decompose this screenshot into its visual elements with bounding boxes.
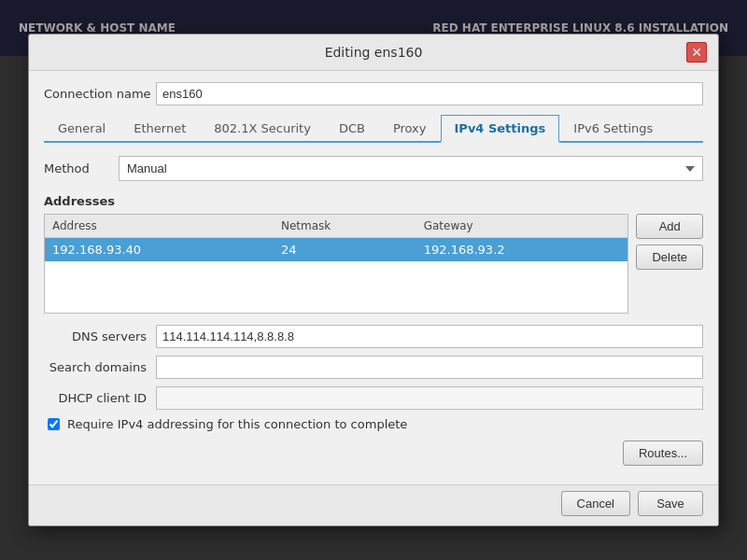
close-button[interactable]: ✕ [686, 42, 707, 63]
dialog-titlebar: Editing ens160 ✕ [29, 35, 718, 71]
search-domains-field: Search domains [44, 356, 703, 379]
checkbox-row: Require IPv4 addressing for this connect… [44, 417, 703, 431]
dns-servers-input[interactable] [156, 325, 703, 348]
cell-address: 192.168.93.40 [45, 238, 274, 262]
connection-name-row: Connection name [44, 82, 703, 105]
tabs-bar: General Ethernet 802.1X Security DCB Pro… [44, 115, 703, 143]
connection-name-label: Connection name [44, 87, 156, 101]
tab-general[interactable]: General [44, 115, 120, 143]
dialog-footer: Cancel Save [29, 484, 718, 525]
method-row: Method Manual Automatic (DHCP) Link-Loca… [44, 156, 703, 181]
ipv4-required-checkbox[interactable] [48, 418, 60, 430]
connection-name-input[interactable] [156, 82, 703, 105]
cell-netmask: 24 [274, 238, 416, 262]
col-gateway: Gateway [416, 215, 628, 238]
routes-row: Routes... [44, 441, 703, 466]
save-button[interactable]: Save [638, 491, 703, 516]
table-row-empty [45, 261, 627, 313]
method-select[interactable]: Manual Automatic (DHCP) Link-Local Only … [119, 156, 703, 181]
tab-ipv4[interactable]: IPv4 Settings [441, 115, 560, 143]
table-row[interactable]: 192.168.93.40 24 192.168.93.2 [45, 238, 627, 262]
routes-button[interactable]: Routes... [623, 441, 703, 466]
search-domains-input[interactable] [156, 356, 703, 379]
addresses-table-wrapper: Address Netmask Gateway 192.168.93.40 24… [44, 214, 628, 314]
addresses-area: Address Netmask Gateway 192.168.93.40 24… [44, 214, 703, 314]
dialog-title: Editing ens160 [61, 45, 686, 60]
tab-ethernet[interactable]: Ethernet [120, 115, 200, 143]
addresses-section-title: Addresses [44, 194, 703, 208]
addresses-table: Address Netmask Gateway 192.168.93.40 24… [45, 215, 627, 313]
dhcp-client-id-label: DHCP client ID [44, 391, 156, 405]
tab-dcb[interactable]: DCB [325, 115, 379, 143]
dns-servers-field: DNS servers [44, 325, 703, 348]
cell-gateway: 192.168.93.2 [416, 238, 628, 262]
col-address: Address [45, 215, 274, 238]
tab-ipv6[interactable]: IPv6 Settings [559, 115, 667, 143]
tab-proxy[interactable]: Proxy [379, 115, 441, 143]
col-netmask: Netmask [274, 215, 416, 238]
add-button[interactable]: Add [636, 214, 703, 239]
method-label: Method [44, 161, 119, 175]
ipv4-required-label: Require IPv4 addressing for this connect… [67, 417, 407, 431]
cancel-button[interactable]: Cancel [561, 491, 630, 516]
editing-dialog: Editing ens160 ✕ Connection name General… [28, 34, 719, 526]
delete-button[interactable]: Delete [636, 245, 703, 270]
dhcp-client-id-field: DHCP client ID [44, 386, 703, 410]
dhcp-client-id-input[interactable] [156, 386, 703, 410]
tab-8021x[interactable]: 802.1X Security [200, 115, 325, 143]
addr-buttons: Add Delete [636, 214, 703, 314]
addr-header-row: Address Netmask Gateway [45, 215, 627, 238]
dns-servers-label: DNS servers [44, 329, 156, 343]
search-domains-label: Search domains [44, 360, 156, 374]
